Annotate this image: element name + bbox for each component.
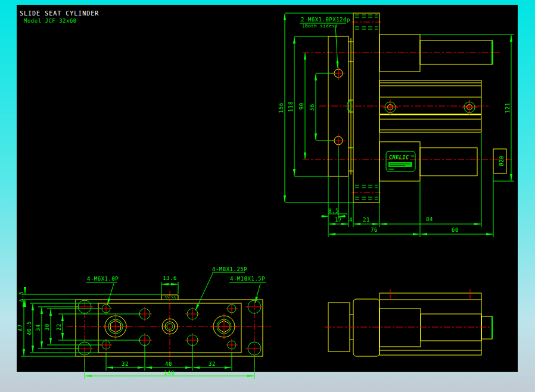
dim-label-34: 34 [35, 324, 41, 331]
dim-label-4-5: 4.5 [18, 291, 24, 302]
dim-label-56: 56 [309, 104, 315, 111]
dim-label-8-5: 8.5 [328, 208, 339, 214]
dim-label-60: 60 [452, 227, 459, 233]
dim-label-32a: 32 [122, 361, 129, 367]
dim-label-40-5: 40.5 [26, 321, 32, 335]
drawing-title: SLIDE SEAT CYLINDER [20, 10, 99, 17]
logo-tm-text: TM [410, 155, 414, 158]
thread-note: (Both sides) [302, 23, 338, 29]
dim-label-21: 21 [363, 217, 370, 223]
dim-label-47: 47 [17, 324, 23, 331]
dim-label-90: 90 [298, 102, 304, 110]
dim-label-32b: 32 [209, 361, 216, 367]
dim-label-156: 156 [278, 102, 284, 113]
label-m6: 4-M6X1.0P [87, 276, 119, 282]
label-m8: 4-M8X1.25P [212, 266, 247, 272]
drawing-canvas [17, 5, 518, 372]
dim-label-4: 4 [349, 217, 353, 223]
dim-label-121: 121 [505, 102, 511, 113]
dim-label-118: 118 [288, 101, 294, 112]
dim-label-13-6: 13.6 [163, 275, 177, 281]
dim-label-17: 17 [335, 217, 342, 223]
dim-label-76: 76 [371, 227, 378, 233]
dim-label-30: 30 [44, 323, 50, 331]
cad-drawing-screenshot: SLIDE SEAT CYLINDER Model JCF 32x60 [0, 0, 535, 392]
dim-label-22: 22 [56, 323, 62, 331]
thread-label: 2-M6X1.0PX12dp [301, 17, 350, 23]
dim-label-140: 140 [164, 370, 175, 376]
dim-label-84: 84 [426, 216, 433, 222]
model-number: Model JCF 32x60 [24, 18, 77, 24]
label-m10: 4-M10X1.5P [230, 276, 265, 282]
logo-brand-text: CHELIC [389, 154, 409, 160]
dim-label-rod-dia: Ø20 [499, 155, 505, 166]
dim-label-40: 40 [165, 361, 172, 367]
